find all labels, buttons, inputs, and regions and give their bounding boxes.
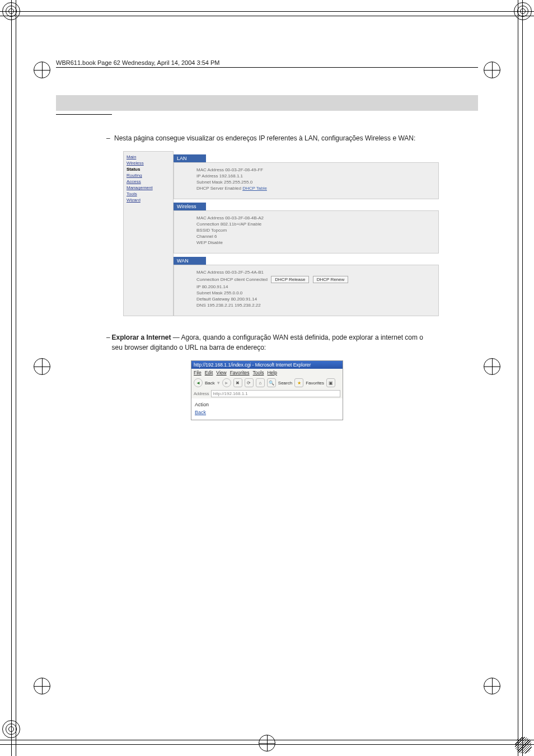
menu-edit[interactable]: Edit xyxy=(205,370,213,375)
grey-bar xyxy=(56,95,478,111)
lan-mac-label: MAC Address xyxy=(196,167,224,172)
menu-view[interactable]: View xyxy=(216,370,226,375)
dhcp-release-button[interactable]: DHCP Release xyxy=(271,276,309,283)
crosshair-icon xyxy=(484,62,500,78)
refresh-icon[interactable]: ⟳ xyxy=(245,378,254,387)
browser-titlebar: http://192.168.1.1/index.cgi - Microsoft… xyxy=(191,361,343,369)
wifi-bssid-label: BSSID xyxy=(196,228,210,233)
wifi-wep-value: Disable xyxy=(208,240,223,245)
bullet-icon: – xyxy=(106,134,114,143)
wifi-conn-value: 802.11b+/AP Enable xyxy=(221,222,261,227)
search-label[interactable]: Search xyxy=(278,381,292,386)
menu-help[interactable]: Help xyxy=(267,370,277,375)
wifi-mac-value: 00-03-2F-08-4B-A2 xyxy=(225,215,264,220)
sidebar-item-status[interactable]: Status xyxy=(124,166,173,172)
sidebar-item-wireless[interactable]: Wireless xyxy=(124,160,173,166)
menu-favorites[interactable]: Favorites xyxy=(230,370,250,375)
home-icon[interactable]: ⌂ xyxy=(256,378,265,387)
favorites-label[interactable]: Favorites xyxy=(306,381,324,386)
dhcp-renew-button[interactable]: DHCP Renew xyxy=(313,276,349,283)
search-icon[interactable]: 🔍 xyxy=(267,378,276,387)
wan-dns-label: DNS xyxy=(196,303,206,308)
crosshair-icon xyxy=(34,62,50,78)
back-link[interactable]: Back xyxy=(195,410,206,415)
section-wireless: MAC Address 00-03-2F-08-4B-A2 Connection… xyxy=(174,210,439,253)
back-label[interactable]: Back xyxy=(205,381,215,386)
wifi-channel-value: 6 xyxy=(214,234,217,239)
address-field[interactable]: http://192.168.1.1 xyxy=(211,390,340,397)
wan-conn-value: DHCP client Connected xyxy=(221,277,268,282)
media-icon[interactable]: ▣ xyxy=(326,378,335,387)
corner-lines-icon xyxy=(515,737,532,754)
wan-gw-value: 80.200.91.14 xyxy=(231,297,257,302)
wifi-mac-label: MAC Address xyxy=(196,215,224,220)
action-label: Action xyxy=(195,402,339,407)
back-icon[interactable]: ◄ xyxy=(194,378,203,387)
page-body: Action Back xyxy=(191,398,343,420)
sidebar-item-routing[interactable]: Routing xyxy=(124,172,173,179)
lan-ip-value: 192.168.1.1 xyxy=(219,173,243,179)
browser-screenshot: http://192.168.1.1/index.cgi - Microsoft… xyxy=(191,360,343,420)
sidebar-item-tools[interactable]: Tools xyxy=(124,191,173,197)
wan-subnet-value: 255.0.0.0 xyxy=(224,290,242,295)
browser-toolbar: ◄ Back ▾ ► ✖ ⟳ ⌂ 🔍 Search ★ Favorites ▣ xyxy=(191,377,343,389)
menu-tools[interactable]: Tools xyxy=(253,370,264,375)
crosshair-icon xyxy=(34,678,50,694)
section-title-wan: WAN xyxy=(174,257,206,265)
wifi-conn-label: Connection xyxy=(196,222,219,227)
corner-spiral-icon xyxy=(2,2,20,20)
sidebar-item-main[interactable]: Main xyxy=(124,154,173,160)
corner-spiral-icon xyxy=(514,2,532,20)
paragraph-2: Explorar a Internet — Agora, quando a co… xyxy=(111,333,428,353)
stop-icon[interactable]: ✖ xyxy=(233,378,242,387)
sidebar-item-wizard[interactable]: Wizard xyxy=(124,197,173,203)
menu-file[interactable]: File xyxy=(194,370,202,375)
sidebar-item-access[interactable]: Access xyxy=(124,179,173,185)
forward-icon[interactable]: ► xyxy=(222,378,231,387)
crosshair-icon xyxy=(34,358,50,375)
corner-spiral-icon xyxy=(2,720,20,738)
browser-menubar[interactable]: File Edit View Favorites Tools Help xyxy=(191,369,343,377)
wan-mac-label: MAC Address xyxy=(196,270,224,275)
router-status-screenshot: Main Wireless Status Routing Access Mana… xyxy=(123,151,439,316)
lan-subnet-label: Subnet Mask xyxy=(196,180,223,185)
lan-dhcp-label: DHCP Server Enabled xyxy=(196,186,241,191)
wifi-wep-label: WEP xyxy=(196,240,207,245)
underline xyxy=(56,114,112,115)
browser-title: http://192.168.1.1/index.cgi - Microsoft… xyxy=(194,362,311,368)
address-label: Address xyxy=(194,391,209,396)
crosshair-icon xyxy=(484,678,500,694)
crosshair-icon xyxy=(484,358,500,375)
section-title-wireless: Wireless xyxy=(174,203,206,210)
wifi-bssid-value: Topcom xyxy=(211,228,227,233)
wan-mac-value: 00-03-2F-25-4A-B1 xyxy=(225,270,264,275)
page-header: WBR611.book Page 62 Wednesday, April 14,… xyxy=(56,59,223,66)
lan-mac-value: 00-03-2F-08-49-FF xyxy=(225,167,263,172)
section-wan: MAC Address 00-03-2F-25-4A-B1 Connection… xyxy=(174,265,439,316)
paragraph-1: Nesta página consegue visualizar os ende… xyxy=(114,134,415,143)
wan-conn-label: Connection xyxy=(196,277,219,282)
wan-ip-value: 80.200.91.14 xyxy=(202,284,228,289)
lan-ip-label: IP Address xyxy=(196,173,218,179)
router-sidebar: Main Wireless Status Routing Access Mana… xyxy=(123,151,174,316)
wifi-channel-label: Channel xyxy=(196,234,213,239)
address-bar: Address http://192.168.1.1 xyxy=(191,389,343,398)
wan-ip-label: IP xyxy=(196,284,200,289)
section-title-lan: LAN xyxy=(174,154,206,162)
wan-subnet-label: Subnet Mask xyxy=(196,290,223,295)
crosshair-icon xyxy=(259,735,275,752)
bullet-icon: – xyxy=(106,333,111,353)
wan-dns-value: 195.238.2.21 195.238.2.22 xyxy=(207,303,261,308)
favorites-icon[interactable]: ★ xyxy=(294,378,303,387)
wan-gw-label: Default Gateway xyxy=(196,297,229,302)
section-lan: MAC Address 00-03-2F-08-49-FF IP Address… xyxy=(174,162,439,199)
paragraph-2-head: Explorar a Internet xyxy=(111,334,171,341)
sidebar-item-management[interactable]: Management xyxy=(124,185,173,191)
dhcp-table-link[interactable]: DHCP Table xyxy=(242,186,267,191)
lan-subnet-value: 255.255.255.0 xyxy=(224,180,252,185)
